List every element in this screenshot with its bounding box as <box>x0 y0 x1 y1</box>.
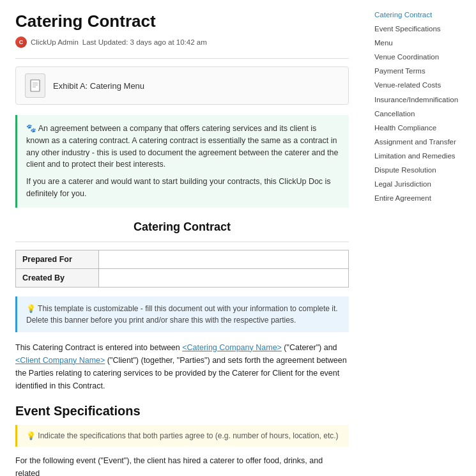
client-company-link[interactable]: <Client Company Name> <box>15 356 105 365</box>
callout-green-line2: If you are a caterer and would want to s… <box>26 176 340 200</box>
divider-section <box>15 242 349 242</box>
sidebar-item-limitation[interactable]: Limitation and Remedies <box>374 149 456 163</box>
avatar: C <box>15 36 27 48</box>
sidebar-item-health-compliance[interactable]: Health Compliance <box>374 121 456 135</box>
table-row-created: Created By <box>16 268 349 287</box>
table-label-prepared: Prepared For <box>16 250 99 268</box>
section-center-title: Catering Contract <box>15 220 349 234</box>
catering-company-link[interactable]: <Catering Company Name> <box>182 343 282 352</box>
sidebar-item-entire-agreement[interactable]: Entire Agreement <box>374 191 456 205</box>
table-row-prepared: Prepared For <box>16 250 349 268</box>
divider-top <box>15 58 349 59</box>
exhibit-label[interactable]: Exhibit A: Catering Menu <box>53 81 144 91</box>
callout-green-line1: 🐾 An agreement between a company that of… <box>26 123 340 171</box>
svg-rect-0 <box>31 80 40 91</box>
sidebar-item-legal[interactable]: Legal Jurisdiction <box>374 177 456 191</box>
author-label: ClickUp Admin <box>31 38 79 46</box>
body-paragraph: This Catering Contract is entered into b… <box>15 341 349 392</box>
sidebar-item-dispute[interactable]: Dispute Resolution <box>374 163 456 177</box>
table-value-prepared[interactable] <box>99 250 349 268</box>
sidebar-item-event-specifications[interactable]: Event Specifications <box>374 22 456 36</box>
sidebar-item-cancellation[interactable]: Cancellation <box>374 107 456 121</box>
sidebar-item-venue-related-costs[interactable]: Venue-related Costs <box>374 78 456 92</box>
page-title: Catering Contract <box>15 12 349 31</box>
body-text-between: ("Caterer") and <box>282 343 337 352</box>
main-content: Catering Contract C ClickUp Admin Last U… <box>0 0 364 476</box>
event-spec-title: Event Specifications <box>15 404 349 418</box>
last-updated: Last Updated: 3 days ago at 10:42 am <box>82 38 207 46</box>
sidebar-item-insurance[interactable]: Insurance/Indemnification <box>374 93 456 107</box>
callout-blue: 💡 This template is customizable - fill t… <box>15 296 349 332</box>
sidebar-item-venue-coordination[interactable]: Venue Coordination <box>374 50 456 64</box>
doc-icon <box>25 73 45 98</box>
callout-yellow-text: 💡 Indicate the specifications that both … <box>26 431 339 440</box>
sidebar-item-catering-contract[interactable]: Catering Contract <box>374 8 456 22</box>
sidebar: Catering Contract Event Specifications M… <box>364 0 466 476</box>
sidebar-item-payment-terms[interactable]: Payment Terms <box>374 64 456 78</box>
sidebar-item-menu[interactable]: Menu <box>374 36 456 50</box>
bottom-text: For the following event ("Event"), the c… <box>15 454 349 477</box>
meta-row: C ClickUp Admin Last Updated: 3 days ago… <box>15 36 349 48</box>
callout-blue-text: 💡 This template is customizable - fill t… <box>26 304 338 325</box>
table-value-created[interactable] <box>99 268 349 287</box>
exhibit-box[interactable]: Exhibit A: Catering Menu <box>15 66 349 105</box>
callout-yellow: 💡 Indicate the specifications that both … <box>15 425 349 447</box>
info-table: Prepared For Created By <box>15 250 349 288</box>
sidebar-item-assignment[interactable]: Assignment and Transfer <box>374 135 456 149</box>
callout-green: 🐾 An agreement between a company that of… <box>15 115 349 208</box>
body-text-before-link1: This Catering Contract is entered into b… <box>15 343 182 352</box>
table-label-created: Created By <box>16 268 99 287</box>
